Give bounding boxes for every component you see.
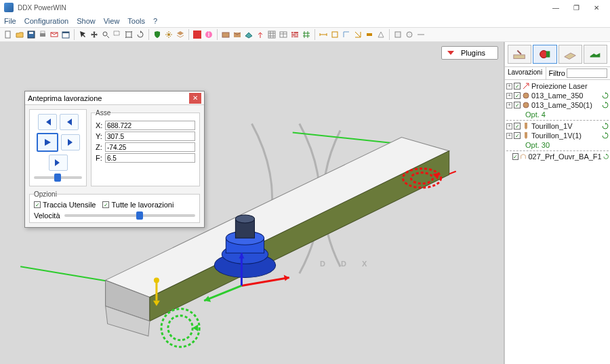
tb-zoom-window[interactable] — [112, 29, 123, 40]
next-button[interactable] — [61, 134, 80, 150]
svg-rect-54 — [525, 123, 527, 128]
velocita-slider[interactable] — [64, 214, 195, 217]
traccia-checkbox[interactable]: ✓Traccia Utensile — [34, 201, 96, 209]
tree-item[interactable]: ✓ 027_Prf_Ouvr_BA_F1 — [506, 152, 609, 161]
f-label: F: — [96, 154, 102, 162]
tb-hash[interactable] — [301, 29, 312, 40]
refresh-icon — [602, 92, 609, 99]
last-button[interactable] — [49, 155, 68, 171]
progress-slider[interactable] — [34, 176, 82, 179]
svg-rect-3 — [40, 33, 45, 37]
menu-tools[interactable]: Tools — [127, 17, 145, 25]
tb-part[interactable] — [243, 29, 254, 40]
tb-dim5[interactable] — [364, 29, 375, 40]
tb-pkg2[interactable] — [232, 29, 243, 40]
tb-dim4[interactable] — [352, 29, 363, 40]
menu-help[interactable]: ? — [153, 17, 157, 25]
menu-show[interactable]: Show — [77, 17, 96, 25]
svg-rect-4 — [41, 31, 45, 33]
drill-icon — [522, 122, 530, 130]
refresh-icon — [603, 153, 609, 160]
tb-mail[interactable] — [49, 29, 60, 40]
tb-zoom-fit[interactable] — [123, 29, 134, 40]
velocita-label: Velocità — [34, 211, 60, 220]
tb-axis[interactable] — [255, 29, 266, 40]
tb-info[interactable]: i — [203, 29, 214, 40]
tb-dim3[interactable] — [341, 29, 352, 40]
mode-1[interactable] — [508, 45, 531, 64]
mode-3[interactable] — [558, 45, 582, 64]
tb-save[interactable] — [26, 29, 37, 40]
menu-configuration[interactable]: Configuration — [24, 17, 68, 25]
tree-item[interactable]: +✓ 013_Lame_350 — [506, 91, 609, 100]
svg-rect-17 — [268, 31, 275, 38]
svg-rect-22 — [395, 32, 401, 37]
tree-item[interactable]: +✓ Tourillon_1V(1) — [506, 131, 609, 140]
tb-pan[interactable] — [89, 29, 100, 40]
tb-dim2[interactable] — [329, 29, 340, 40]
tb-misc3[interactable] — [415, 29, 426, 40]
tb-pointer[interactable] — [77, 29, 88, 40]
title-bar: DDX PowerWIN — ❐ ✕ — [0, 0, 610, 15]
tb-new[interactable] — [3, 29, 14, 40]
filtro-input[interactable] — [567, 68, 607, 78]
mode-4[interactable] — [584, 45, 607, 64]
tb-layers[interactable] — [175, 29, 186, 40]
axes-panel: Asse X: Y: Z: F: — [91, 109, 200, 186]
play-button[interactable] — [37, 133, 58, 152]
tb-zoom[interactable] — [100, 29, 111, 40]
y-input[interactable] — [105, 132, 195, 141]
close-button[interactable]: ✕ — [587, 1, 606, 14]
svg-rect-0 — [5, 31, 10, 38]
z-input[interactable] — [105, 142, 195, 152]
y-label: Y: — [96, 132, 102, 140]
tb-misc2[interactable] — [404, 29, 415, 40]
tree-item[interactable]: +✓ Tourillon_1V — [506, 121, 609, 131]
svg-rect-9 — [114, 31, 119, 35]
tb-open[interactable] — [14, 29, 25, 40]
menu-bar: File Configuration Show View Tools ? — [0, 15, 610, 27]
tb-wall[interactable] — [289, 29, 300, 40]
tutte-checkbox[interactable]: ✓Tutte le lavorazioni — [102, 201, 174, 209]
tb-dim6[interactable] — [375, 29, 386, 40]
f-input[interactable] — [105, 153, 195, 163]
tb-print[interactable] — [37, 29, 48, 40]
tb-shield[interactable] — [152, 29, 163, 40]
tb-red[interactable] — [192, 29, 203, 40]
tb-pkg1[interactable] — [220, 29, 231, 40]
viewport-3d[interactable]: Plugins D D X — [0, 42, 504, 364]
svg-rect-51 — [546, 51, 550, 57]
tree-opt: Opt. 30 — [506, 140, 609, 150]
tb-gear[interactable] — [163, 29, 174, 40]
dialog-title: Anteprima lavorazione — [28, 94, 102, 102]
prev-button[interactable] — [60, 114, 79, 130]
tb-misc1[interactable] — [392, 29, 403, 40]
dialog-titlebar[interactable]: Anteprima lavorazione ✕ — [25, 92, 204, 105]
dialog-close-button[interactable]: ✕ — [189, 93, 201, 104]
svg-rect-12 — [193, 31, 201, 39]
maximize-button[interactable]: ❐ — [567, 1, 586, 14]
menu-file[interactable]: File — [4, 17, 16, 25]
x-input[interactable] — [105, 121, 195, 130]
svg-point-8 — [103, 32, 107, 36]
svg-rect-20 — [332, 32, 338, 37]
tree-item[interactable]: +✓ 013_Lame_350(1) — [506, 100, 609, 110]
mode-2[interactable] — [533, 45, 556, 64]
menu-view[interactable]: View — [104, 17, 120, 25]
svg-rect-15 — [222, 33, 229, 37]
tb-rotate[interactable] — [135, 29, 146, 40]
minimize-button[interactable]: — — [546, 1, 565, 14]
tree-opt: Opt. 4 — [506, 110, 609, 119]
svg-point-45 — [235, 215, 254, 223]
tree-item[interactable]: +✓ Proiezione Laser — [506, 81, 609, 91]
first-button[interactable] — [38, 114, 57, 130]
profile-icon — [520, 153, 527, 161]
options-legend: Opzioni — [34, 190, 57, 198]
tb-grid[interactable] — [266, 29, 277, 40]
tb-dim1[interactable] — [318, 29, 329, 40]
right-panel: Lavorazioni Filtro +✓ Proiezione Laser +… — [504, 42, 610, 364]
tb-calendar[interactable] — [60, 29, 71, 40]
operations-tree: +✓ Proiezione Laser +✓ 013_Lame_350 +✓ 0… — [505, 80, 610, 364]
lavorazioni-label: Lavorazioni — [505, 67, 546, 79]
tb-table[interactable] — [278, 29, 289, 40]
